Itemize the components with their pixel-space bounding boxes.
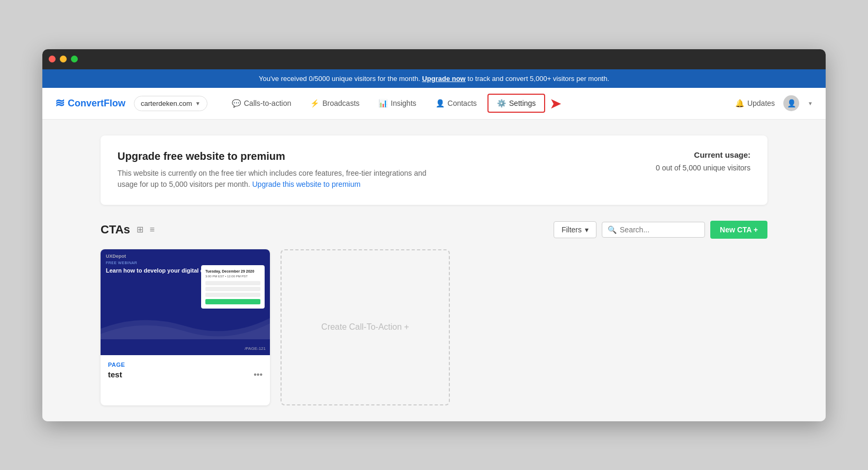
card-thumb-page: /PAGE-121 (245, 346, 266, 351)
upgrade-title: Upgrade free website to premium (117, 150, 446, 162)
card-menu-icon[interactable]: ••• (254, 370, 263, 379)
search-icon: 🔍 (608, 225, 617, 234)
logo-icon: ≋ (55, 96, 65, 110)
nav-broadcasts[interactable]: ⚡ Broadcasts (302, 95, 368, 112)
upgrade-banner: You've received 0/5000 unique visitors f… (42, 69, 826, 88)
person-icon: 👤 (436, 99, 445, 107)
avatar-icon: 👤 (787, 99, 796, 107)
nav-settings[interactable]: ⚙️ Settings (487, 94, 546, 113)
grid-view-icon[interactable]: ⊞ (137, 224, 143, 234)
create-cta-label: Create Call-To-Action + (321, 322, 409, 332)
nav-broadcasts-label: Broadcasts (322, 99, 359, 107)
card-info: PAGE test ••• (101, 355, 270, 386)
card-type: PAGE (108, 361, 263, 368)
website-selector-text: carterdeken.com (141, 100, 192, 107)
bell-icon: 🔔 (735, 99, 744, 107)
form-date: Tuesday, December 29 2020 (205, 269, 260, 273)
nav-calls-label: Calls-to-action (244, 99, 291, 107)
logo[interactable]: ≋ ConvertFlow (55, 96, 125, 110)
list-view-icon[interactable]: ≡ (150, 225, 155, 234)
minimize-button[interactable] (60, 56, 67, 62)
card-thumb-brand: UXDepot (101, 249, 270, 261)
maximize-button[interactable] (71, 56, 78, 62)
main-content: Upgrade free website to premium This web… (42, 120, 826, 421)
form-time: 3:00 PM EST • 12:00 PM PST (205, 275, 260, 278)
usage-title: Current usage: (656, 150, 751, 159)
upgrade-now-link[interactable]: Upgrade now (422, 75, 465, 83)
bolt-icon: ⚡ (310, 99, 319, 107)
card-name-row: test ••• (108, 370, 263, 379)
chat-icon: 💬 (232, 99, 241, 107)
card-name: test (108, 370, 122, 379)
app-window: You've received 0/5000 unique visitors f… (42, 49, 826, 421)
navbar: ≋ ConvertFlow carterdeken.com ▼ 💬 Calls-… (42, 88, 826, 120)
card-thumbnail: UXDepot FREE WEBINAR Learn how to develo… (101, 249, 270, 355)
upgrade-right: Current usage: 0 out of 5,000 unique vis… (656, 150, 751, 172)
form-email-field (205, 293, 260, 297)
upgrade-left: Upgrade free website to premium This web… (117, 150, 446, 190)
updates-label: Updates (747, 99, 775, 107)
updates-button[interactable]: 🔔 Updates (735, 99, 775, 107)
nav-links: 💬 Calls-to-action ⚡ Broadcasts 📊 Insight… (223, 94, 735, 113)
nav-insights[interactable]: 📊 Insights (370, 95, 424, 112)
chart-icon: 📊 (378, 99, 387, 107)
cta-card[interactable]: UXDepot FREE WEBINAR Learn how to develo… (101, 249, 270, 405)
new-cta-button[interactable]: New CTA + (710, 221, 767, 239)
logo-text: ConvertFlow (68, 98, 125, 109)
website-selector[interactable]: carterdeken.com ▼ (134, 96, 207, 111)
nav-settings-label: Settings (509, 99, 536, 107)
upgrade-description: This website is currently on the free ti… (117, 168, 446, 190)
form-firstname-field (205, 281, 260, 285)
banner-text: You've received 0/5000 unique visitors f… (259, 75, 420, 83)
avatar[interactable]: 👤 (783, 95, 799, 111)
banner-after-text: to track and convert 5,000+ visitors per… (467, 75, 609, 83)
cards-grid: UXDepot FREE WEBINAR Learn how to develo… (101, 249, 767, 405)
create-cta-card[interactable]: Create Call-To-Action + (281, 249, 450, 405)
search-input[interactable] (620, 225, 699, 234)
ctas-header: CTAs ⊞ ≡ Filters ▾ 🔍 New CTA + (101, 221, 767, 239)
nav-insights-label: Insights (391, 99, 416, 107)
nav-right: 🔔 Updates 👤 ▼ (735, 95, 813, 111)
title-bar (42, 49, 826, 69)
form-register-button (205, 299, 260, 304)
card-thumb-form: Tuesday, December 29 2020 3:00 PM EST • … (201, 265, 265, 309)
close-button[interactable] (49, 56, 56, 62)
search-box: 🔍 (602, 222, 705, 238)
filters-label: Filters (562, 225, 582, 234)
avatar-chevron[interactable]: ▼ (808, 101, 813, 106)
form-lastname-field (205, 287, 260, 291)
ctas-title: CTAs (101, 223, 130, 237)
upgrade-card: Upgrade free website to premium This web… (101, 135, 767, 205)
nav-contacts[interactable]: 👤 Contacts (427, 95, 485, 112)
nav-contacts-label: Contacts (448, 99, 477, 107)
usage-value: 0 out of 5,000 unique visitors (656, 164, 751, 172)
nav-calls-to-action[interactable]: 💬 Calls-to-action (223, 95, 300, 112)
ctas-controls: Filters ▾ 🔍 New CTA + (554, 221, 767, 239)
filters-chevron-icon: ▾ (585, 225, 589, 234)
card-thumb-wave (101, 308, 270, 339)
filters-button[interactable]: Filters ▾ (554, 221, 596, 238)
red-arrow-indicator: ➤ (549, 95, 562, 112)
chevron-down-icon: ▼ (195, 101, 201, 106)
gear-icon: ⚙️ (497, 99, 506, 107)
upgrade-website-link[interactable]: Upgrade this website to premium (252, 180, 360, 188)
